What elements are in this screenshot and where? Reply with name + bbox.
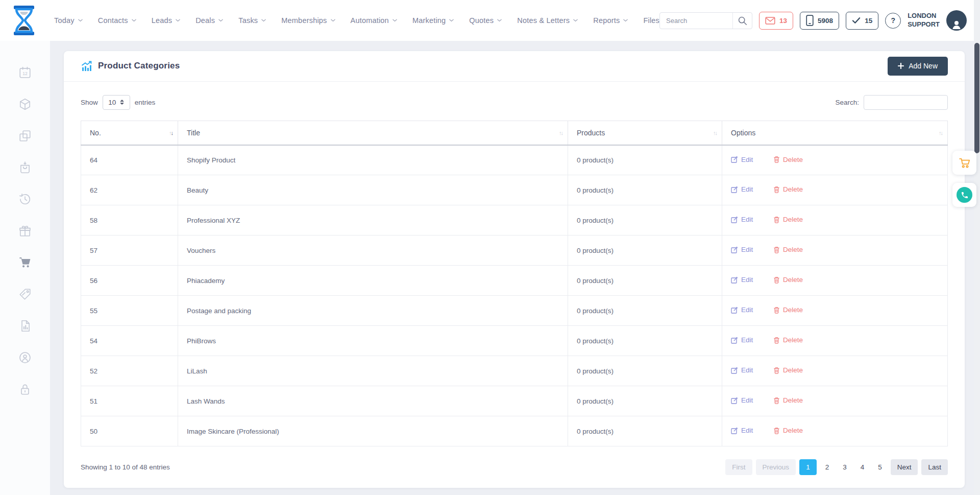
cart-icon — [18, 256, 32, 269]
nav-item-today[interactable]: Today — [54, 16, 83, 25]
pagination-last[interactable]: Last — [921, 459, 948, 475]
column-header-options[interactable]: Options — [722, 121, 948, 145]
cell-title: Shopify Product — [178, 145, 568, 175]
delete-button[interactable]: Delete — [773, 306, 803, 314]
cell-options: Edit Delete — [722, 205, 948, 235]
pagination-page-2[interactable]: 2 — [820, 459, 835, 475]
cell-title: Image Skincare (Professional) — [178, 416, 568, 446]
delete-button[interactable]: Delete — [773, 185, 803, 193]
nav-item-automation[interactable]: Automation — [351, 16, 397, 25]
sidebar-item-lock[interactable] — [18, 383, 32, 396]
delete-button[interactable]: Delete — [773, 216, 803, 223]
column-header-no[interactable]: No. — [81, 121, 178, 145]
nav-label: Automation — [351, 16, 389, 25]
table-row: 64 Shopify Product 0 product(s) Edit Del… — [81, 145, 948, 175]
floating-cart-button[interactable] — [952, 151, 976, 175]
edit-button[interactable]: Edit — [731, 306, 753, 314]
edit-button[interactable]: Edit — [731, 276, 753, 284]
nav-item-deals[interactable]: Deals — [195, 16, 223, 25]
add-new-button[interactable]: Add New — [888, 57, 948, 76]
sidebar-item-price-tag[interactable] — [18, 288, 32, 301]
nav-item-files[interactable]: Files — [643, 16, 659, 25]
nav-item-memberships[interactable]: Memberships — [281, 16, 335, 25]
sidebar-item-package[interactable] — [18, 98, 32, 111]
sidebar-item-account[interactable] — [18, 351, 32, 364]
edit-button[interactable]: Edit — [731, 366, 753, 374]
svg-text:12: 12 — [22, 71, 28, 76]
cell-options: Edit Delete — [722, 416, 948, 446]
delete-button[interactable]: Delete — [773, 396, 803, 404]
sidebar-item-copy[interactable] — [18, 129, 32, 143]
delete-button[interactable]: Delete — [773, 276, 803, 284]
delete-button[interactable]: Delete — [773, 156, 803, 163]
column-header-products[interactable]: Products — [568, 121, 722, 145]
pagination-previous[interactable]: Previous — [756, 459, 796, 475]
cell-options: Edit Delete — [722, 266, 948, 296]
trash-icon — [773, 156, 780, 163]
table-search-input[interactable] — [864, 95, 948, 110]
edit-button[interactable]: Edit — [731, 156, 753, 163]
cell-title: Vouchers — [178, 235, 568, 266]
global-search-input[interactable] — [660, 17, 732, 25]
app-logo[interactable] — [0, 6, 48, 35]
table-search-label: Search: — [835, 99, 859, 106]
edit-button[interactable]: Edit — [731, 336, 753, 344]
sidebar-item-report[interactable] — [18, 319, 32, 333]
edit-button[interactable]: Edit — [731, 185, 753, 193]
envelope-icon — [765, 16, 775, 25]
delete-button[interactable]: Delete — [773, 336, 803, 344]
pagination: First Previous 1 2 3 4 5 Next Last — [725, 459, 948, 475]
cell-no: 62 — [81, 175, 178, 205]
nav-item-quotes[interactable]: Quotes — [469, 16, 502, 25]
edit-button[interactable]: Edit — [731, 246, 753, 253]
page-title-wrap: Product Categories — [81, 61, 180, 72]
column-header-title[interactable]: Title — [178, 121, 568, 145]
teal-circle — [957, 187, 972, 203]
pagination-next[interactable]: Next — [891, 459, 918, 475]
user-avatar[interactable] — [946, 10, 967, 31]
cell-products: 0 product(s) — [568, 386, 722, 416]
delete-button[interactable]: Delete — [773, 427, 803, 434]
nav-item-notes-letters[interactable]: Notes & Letters — [517, 16, 578, 25]
phone-calls-badge[interactable]: 5908 — [800, 12, 839, 30]
floating-phone-button[interactable] — [952, 183, 976, 207]
nav-item-leads[interactable]: Leads — [152, 16, 181, 25]
page-size-select[interactable]: 10 — [103, 95, 130, 110]
nav-item-tasks[interactable]: Tasks — [238, 16, 266, 25]
delete-button[interactable]: Delete — [773, 366, 803, 374]
scrollbar-thumb[interactable] — [974, 43, 979, 153]
edit-pencil-icon — [731, 307, 738, 314]
edit-button[interactable]: Edit — [731, 396, 753, 404]
cell-no: 50 — [81, 416, 178, 446]
pagination-page-1[interactable]: 1 — [799, 459, 817, 475]
pagination-page-4[interactable]: 4 — [855, 459, 870, 475]
sidebar-item-products-cart[interactable] — [18, 256, 32, 269]
pagination-first[interactable]: First — [725, 459, 752, 475]
nav-item-contacts[interactable]: Contacts — [98, 16, 136, 25]
price-tag-icon — [18, 288, 32, 301]
mail-notifications-badge[interactable]: 13 — [759, 12, 793, 30]
pagination-page-5[interactable]: 5 — [873, 459, 887, 475]
sidebar-item-history[interactable] — [18, 193, 32, 206]
edit-button[interactable]: Edit — [731, 216, 753, 223]
sidebar-item-shopping-bag[interactable] — [18, 161, 32, 174]
help-button[interactable]: ? — [885, 13, 901, 29]
sort-icon-products — [713, 130, 717, 136]
table-row: 62 Beauty 0 product(s) Edit Delete — [81, 175, 948, 205]
nav-label: Files — [643, 16, 659, 25]
sidebar-item-calendar[interactable]: 12 — [18, 66, 32, 79]
nav-item-marketing[interactable]: Marketing — [412, 16, 454, 25]
pagination-page-3[interactable]: 3 — [838, 459, 852, 475]
cell-options: Edit Delete — [722, 296, 948, 326]
phone-count: 5908 — [818, 17, 833, 25]
nav-item-reports[interactable]: Reports — [593, 16, 628, 25]
edit-button[interactable]: Edit — [731, 427, 753, 434]
sidebar-item-gift[interactable] — [18, 224, 32, 238]
calendar-icon: 12 — [18, 66, 32, 79]
delete-button[interactable]: Delete — [773, 246, 803, 253]
cell-products: 0 product(s) — [568, 266, 722, 296]
tasks-done-badge[interactable]: 15 — [846, 12, 878, 30]
search-button[interactable] — [732, 13, 752, 29]
scrollbar-track[interactable] — [974, 0, 980, 495]
trash-icon — [773, 397, 780, 404]
